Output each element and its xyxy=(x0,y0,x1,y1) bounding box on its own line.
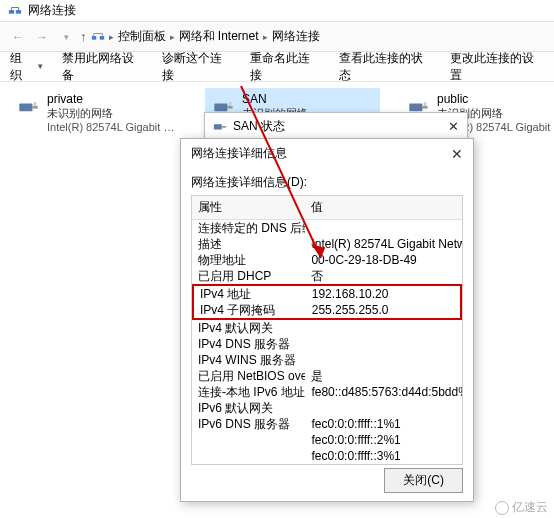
watermark: 亿速云 xyxy=(495,499,548,516)
property-row[interactable]: 已启用 DHCP否 xyxy=(192,268,462,284)
prop-key: IPv4 DNS 服务器 xyxy=(192,336,305,352)
prop-value: 00-0C-29-18-DB-49 xyxy=(305,252,462,268)
prop-key: 连接特定的 DNS 后缀 xyxy=(192,220,305,236)
svg-rect-3 xyxy=(99,36,103,40)
svg-rect-6 xyxy=(34,102,37,106)
svg-rect-10 xyxy=(409,103,422,111)
watermark-text: 亿速云 xyxy=(512,499,548,516)
prop-key: 连接-本地 IPv6 地址 xyxy=(192,384,305,400)
prop-key: 物理地址 xyxy=(192,252,305,268)
property-row[interactable]: fec0:0:0:ffff::3%1 xyxy=(192,448,462,464)
prop-value xyxy=(305,352,462,368)
details-close-icon[interactable]: ✕ xyxy=(451,146,463,162)
breadcrumb[interactable]: 控制面板 ▸ 网络和 Internet ▸ 网络连接 xyxy=(118,28,320,45)
property-row[interactable]: IPv4 子网掩码255.255.255.0 xyxy=(194,302,460,318)
status-close-icon[interactable]: ✕ xyxy=(448,119,459,134)
prop-key: IPv4 子网掩码 xyxy=(194,302,306,318)
status-dialog-title: SAN 状态 xyxy=(233,118,285,135)
prop-value xyxy=(305,220,462,236)
col-property[interactable]: 属性 xyxy=(192,196,305,219)
crumb-control-panel[interactable]: 控制面板 xyxy=(118,28,166,45)
prop-key xyxy=(192,432,305,448)
prop-key: IPv6 DNS 服务器 xyxy=(192,416,305,432)
command-bar: 组织▼ 禁用此网络设备 诊断这个连接 重命名此连接 查看此连接的状态 更改此连接… xyxy=(0,52,554,82)
svg-rect-2 xyxy=(91,36,95,40)
prop-key: IPv4 WINS 服务器 xyxy=(192,352,305,368)
prop-key xyxy=(192,448,305,464)
svg-rect-12 xyxy=(424,102,427,106)
organize-menu[interactable]: 组织▼ xyxy=(10,50,44,84)
svg-rect-1 xyxy=(16,10,21,14)
highlighted-rows: IPv4 地址192.168.10.20IPv4 子网掩码255.255.255… xyxy=(192,284,462,320)
network-icon xyxy=(8,4,22,18)
prop-value: fec0:0:0:ffff::3%1 xyxy=(305,448,462,464)
adapter-name: public xyxy=(437,92,554,106)
rename-connection[interactable]: 重命名此连接 xyxy=(250,50,320,84)
crumb-sep-icon: ▸ xyxy=(109,32,114,42)
diagnose-connection[interactable]: 诊断这个连接 xyxy=(162,50,232,84)
prop-value xyxy=(305,336,462,352)
prop-key: IPv4 地址 xyxy=(194,286,306,302)
crumb-network-connections[interactable]: 网络连接 xyxy=(272,28,320,45)
forward-button[interactable]: → xyxy=(32,27,52,47)
property-row[interactable]: 物理地址00-0C-29-18-DB-49 xyxy=(192,252,462,268)
change-settings[interactable]: 更改此连接的设置 xyxy=(450,50,544,84)
svg-rect-5 xyxy=(32,106,37,109)
property-row[interactable]: IPv6 默认网关 xyxy=(192,400,462,416)
nic-icon xyxy=(18,94,39,118)
property-row[interactable]: IPv4 WINS 服务器 xyxy=(192,352,462,368)
prop-key: 描述 xyxy=(192,236,305,252)
close-button[interactable]: 关闭(C) xyxy=(384,468,463,493)
svg-rect-0 xyxy=(9,10,14,14)
property-row[interactable]: IPv4 DNS 服务器 xyxy=(192,336,462,352)
svg-rect-4 xyxy=(19,103,32,111)
network-path-icon xyxy=(91,31,105,43)
prop-value: fe80::d485:5763:d44d:5bdd%6 xyxy=(305,384,462,400)
col-value[interactable]: 值 xyxy=(305,196,462,219)
adapter-status: 未识别的网络 xyxy=(47,106,177,120)
view-status[interactable]: 查看此连接的状态 xyxy=(339,50,433,84)
prop-value: 192.168.10.20 xyxy=(306,286,460,302)
prop-value: 否 xyxy=(305,268,462,284)
property-row[interactable]: fec0:0:0:ffff::2%1 xyxy=(192,432,462,448)
crumb-sep-icon: ▸ xyxy=(170,32,175,42)
prop-value xyxy=(305,400,462,416)
property-row[interactable]: 已启用 NetBIOS over Tcpip是 xyxy=(192,368,462,384)
disable-device[interactable]: 禁用此网络设备 xyxy=(62,50,144,84)
address-bar: ← → ▾ ↑ ▸ 控制面板 ▸ 网络和 Internet ▸ 网络连接 xyxy=(0,22,554,52)
prop-value: 255.255.255.0 xyxy=(306,302,460,318)
property-row[interactable]: IPv6 DNS 服务器fec0:0:0:ffff::1%1 xyxy=(192,416,462,432)
prop-value: Intel(R) 82574L Gigabit Network Connect xyxy=(305,236,462,252)
property-row[interactable]: 描述Intel(R) 82574L Gigabit Network Connec… xyxy=(192,236,462,252)
svg-rect-14 xyxy=(222,126,226,128)
window-title: 网络连接 xyxy=(28,2,76,19)
adapter-name: SAN xyxy=(242,92,372,106)
prop-value xyxy=(305,320,462,336)
svg-rect-11 xyxy=(422,106,427,109)
recent-dropdown[interactable]: ▾ xyxy=(56,27,76,47)
details-dialog: 网络连接详细信息 ✕ 网络连接详细信息(D): 属性 值 连接特定的 DNS 后… xyxy=(180,138,474,502)
adapter-private[interactable]: private 未识别的网络 Intel(R) 82574L Gigabit N… xyxy=(10,88,185,138)
prop-value: 是 xyxy=(305,368,462,384)
status-dialog[interactable]: SAN 状态 ✕ xyxy=(204,112,468,140)
title-bar: 网络连接 xyxy=(0,0,554,22)
property-row[interactable]: IPv4 地址192.168.10.20 xyxy=(194,286,460,302)
prop-key: 已启用 DHCP xyxy=(192,268,305,284)
up-button[interactable]: ↑ xyxy=(80,29,87,44)
property-row[interactable]: IPv4 默认网关 xyxy=(192,320,462,336)
details-label: 网络连接详细信息(D): xyxy=(191,174,463,191)
property-list[interactable]: 属性 值 连接特定的 DNS 后缀描述Intel(R) 82574L Gigab… xyxy=(191,195,463,465)
crumb-sep-icon: ▸ xyxy=(263,32,268,42)
adapter-name: private xyxy=(47,92,177,106)
svg-rect-7 xyxy=(214,103,227,111)
nic-small-icon xyxy=(213,120,227,132)
crumb-network-internet[interactable]: 网络和 Internet xyxy=(179,28,259,45)
property-row[interactable]: 连接-本地 IPv6 地址fe80::d485:5763:d44d:5bdd%6 xyxy=(192,384,462,400)
prop-key: IPv6 默认网关 xyxy=(192,400,305,416)
prop-key: IPv4 默认网关 xyxy=(192,320,305,336)
prop-key: 已启用 NetBIOS over Tcpip xyxy=(192,368,305,384)
adapter-desc: Intel(R) 82574L Gigabit Netwo... xyxy=(47,120,177,134)
property-row[interactable]: 连接特定的 DNS 后缀 xyxy=(192,220,462,236)
back-button[interactable]: ← xyxy=(8,27,28,47)
svg-rect-9 xyxy=(229,102,232,106)
